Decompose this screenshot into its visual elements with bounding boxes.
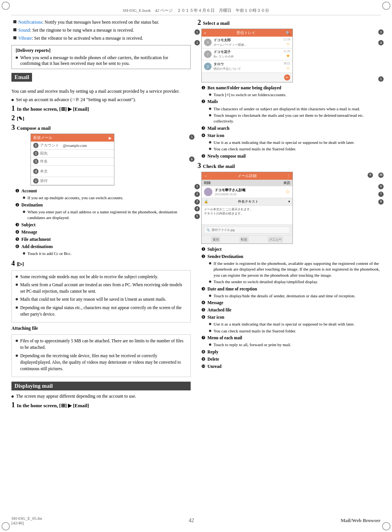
- list-annot-5: ❺ Newly compose mail: [201, 153, 381, 159]
- detail-annot-text-3: Date and time of reception: [207, 286, 257, 292]
- mail-detail-star[interactable]: ☆: [285, 189, 290, 195]
- mail-detail-expand[interactable]: ▾: [288, 200, 290, 203]
- compose-fab[interactable]: ✏: [284, 74, 290, 81]
- menu-btn[interactable]: メニュー: [268, 237, 283, 242]
- list-badge-3: 3: [378, 29, 384, 35]
- mail-detail-attachment[interactable]: 📎 添付ファイル.jpg: [204, 226, 290, 234]
- compose-header-icon: ▶: [109, 136, 112, 140]
- top-bullets-section: Notifications: Notify you that messages …: [11, 19, 191, 41]
- dot-icon: [23, 197, 25, 199]
- dot-icon: [16, 56, 18, 59]
- detail-annot-badge-1: ❶: [201, 246, 206, 252]
- mail-list-annotations: ❶ Box name/Folder name being displayed T…: [201, 85, 381, 159]
- footer-pages: [42/46]: [11, 521, 42, 525]
- detail-annot-text-9: Delete: [207, 356, 219, 362]
- attaching-file-section: Attaching file Files of up to approximat…: [11, 326, 191, 377]
- attach-note-text-1: Files of up to approximately 5 MB can be…: [20, 338, 186, 351]
- detail-annot-text-2: Sender/Destination: [207, 253, 243, 260]
- attach-file-icon: 📎: [206, 228, 210, 232]
- compose-label-attach: 添付: [40, 178, 63, 184]
- detail-annot-text-2-sub2: Touch the sender to switch detailed disp…: [214, 279, 318, 285]
- compose-annot-badge-5: ❺: [15, 236, 19, 242]
- detail-annot-badge-5: ❺: [201, 307, 206, 313]
- compose-val-account: @example.com: [63, 143, 112, 148]
- detail-annot-7-sub: Touch to reply to all, forward or print …: [209, 342, 381, 348]
- mail-detail-avatar[interactable]: [204, 188, 212, 196]
- vibrate-link: Vibrate: [18, 35, 32, 41]
- detail-badge-2: 2: [194, 192, 200, 197]
- mail-detail-delete-btn[interactable]: 削除: [204, 181, 211, 185]
- check-mail-step: 3 Check the mail: [198, 162, 381, 169]
- detail-annot-badge-2: ❷: [201, 253, 206, 260]
- notifications-link: Notifications: [18, 19, 42, 25]
- compose-annot-4: ❹ Message: [15, 229, 191, 235]
- bullet-vibrate: Vibrate: Set the vibrator to be activate…: [13, 35, 191, 42]
- compose-annot-text-3: Subject: [21, 222, 35, 228]
- mail-meta-2: 11:20 ★: [283, 50, 290, 59]
- sound-link: Sound: [18, 27, 30, 33]
- bullet-square-icon: [13, 28, 16, 31]
- compose-annot-text-2: Destination: [21, 202, 43, 208]
- compose-annot-badge-6: ❻: [15, 243, 19, 250]
- mail-list-row-1[interactable]: A ドコモ太郎 ホームパーティー開催... 12:34 ☆: [202, 37, 292, 48]
- compose-annotations: ❶ Account If you set up multiple account…: [15, 188, 191, 256]
- compose-badge-2: 2: [33, 151, 39, 156]
- mail-list-row-2[interactable]: ド ドコモ花子 Re: ランチの件 11:20 ★: [202, 48, 292, 60]
- mail-meta-1: 12:34 ☆: [283, 38, 290, 47]
- star-icon-2[interactable]: ★: [283, 53, 290, 59]
- dot-icon: [209, 148, 211, 150]
- delivery-reports-item: When you send a message to mobile phones…: [16, 55, 186, 66]
- step1-text: In the home screen, [⊞] ▶ [Email]: [17, 106, 191, 112]
- attach-note-text-2: Depending on the receiving side device, …: [20, 353, 186, 372]
- detail-annot-badge-6: ❻: [201, 314, 206, 320]
- detail-annot-text-6-sub2: You can check starred mails in the Starr…: [214, 328, 296, 334]
- list-annot-4: ❹ Star icon: [201, 132, 381, 139]
- compose-badge-1: 1: [33, 143, 39, 148]
- bullet-sound: Sound: Set the ringtone to be rung when …: [13, 27, 191, 34]
- compose-annot-badge-4: ❹: [15, 229, 19, 235]
- detail-annot-badge-8: ❽: [201, 349, 206, 355]
- compose-annot-text-6-sub: Touch it to add Cc or Bcc.: [27, 251, 72, 256]
- detail-annot-3: ❸ Date and time of reception: [201, 286, 381, 292]
- note-item-3: Mails that could not be sent for any rea…: [16, 296, 186, 303]
- detail-annot-text-2-sub1: If the sender is registered in the phone…: [214, 261, 381, 278]
- check-mail-step-text: Check the mail: [203, 163, 381, 169]
- compose-mail-screenshot: 新規メール ▶ 1 アカウント @example.com 2 宛先 3: [31, 134, 114, 185]
- detail-annot-text-10: Unread: [207, 363, 222, 369]
- mail-detail-title: メール詳細: [238, 173, 257, 179]
- mail-detail-subheader: 削除 未読: [202, 180, 292, 186]
- mail-detail-menu[interactable]: ⋮: [286, 174, 290, 178]
- note-text-1: Some receiving side models may not be ab…: [20, 274, 158, 280]
- step2-text: [✎]: [17, 116, 191, 122]
- compose-annot-badge-3: ❸: [15, 222, 19, 228]
- star-icon-3[interactable]: ☆: [284, 66, 290, 71]
- detail-annot-text-1: Subject: [207, 246, 222, 252]
- mail-avatar-1: A: [204, 39, 212, 46]
- detail-annot-badge-10: ❿: [201, 363, 206, 369]
- compose-label-subject: 件名: [40, 159, 63, 164]
- mail-detail-unread-btn[interactable]: 未読: [283, 181, 290, 185]
- dot-icon: [16, 276, 18, 278]
- compose-badge-4: 4: [33, 169, 39, 174]
- mail-list-row-3[interactable]: タ タロウ 明日の予定について 昨日 ☆: [202, 60, 292, 73]
- detail-annot-text-3-sub: Touch to display/hide the details of sen…: [214, 293, 355, 299]
- compose-annot-3: ❸ Subject: [15, 222, 191, 228]
- compose-row-attach: 5 添付: [31, 177, 114, 185]
- compose-row-to: 2 宛先: [31, 150, 114, 158]
- detail-annot-4: ❹ Message: [201, 300, 381, 306]
- mail-detail-back[interactable]: ←: [204, 174, 208, 178]
- step4-num: 4: [11, 260, 15, 267]
- compose-annot-2-sub: When you enter part of a mail address or…: [23, 209, 191, 221]
- list-annot-text-4-sub1: Use it as a mark indicating that the mai…: [214, 140, 355, 145]
- detail-annot-10: ❿ Unread: [201, 363, 381, 369]
- mail-detail-sender-name: ドコモ華子さん訃報: [215, 188, 285, 193]
- dot-icon: [11, 395, 14, 398]
- bullet-vibrate-text: Vibrate: Set the vibrator to be activate…: [18, 35, 143, 42]
- compose-annot-text-2-sub: When you enter part of a mail address or…: [27, 209, 191, 221]
- compose-row-subject: 3 件名: [31, 158, 114, 166]
- mail-detail-sender-row: ドコモ華子さん訃報 2015/04/06 10:30 ☆: [202, 186, 292, 198]
- list-annot-text-4-sub2: You can check starred mails in the Starr…: [214, 146, 296, 152]
- reply-btn[interactable]: 返信: [211, 237, 220, 242]
- star-icon-1[interactable]: ☆: [283, 41, 290, 47]
- forward-btn[interactable]: 転送: [239, 237, 249, 242]
